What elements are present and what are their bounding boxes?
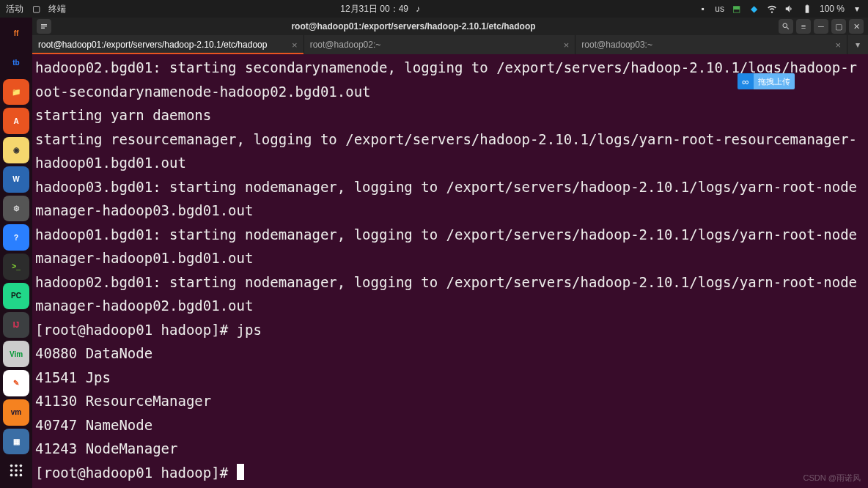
dock-app-help[interactable]: ?: [3, 224, 29, 251]
dock-app-software[interactable]: A: [3, 108, 29, 134]
activities-button[interactable]: 活动: [6, 3, 23, 15]
terminal-tab-3[interactable]: root@hadoop03:~ ×: [575, 35, 847, 54]
terminal-line: 41243 NodeManager: [35, 437, 865, 461]
show-applications-button[interactable]: [3, 457, 29, 484]
dock-app-thunderbird[interactable]: tb: [3, 50, 29, 76]
battery-icon[interactable]: [802, 4, 812, 14]
svg-point-2: [20, 465, 23, 467]
terminal-tab-bar: root@hadoop01:/export/servers/hadoop-2.1…: [32, 35, 868, 54]
ubuntu-dock: fftb📁A◉W⚙?>_PCIJVim✎vm▦: [0, 18, 32, 488]
terminal-line: [root@hadoop01 hadoop]# jps: [35, 318, 865, 342]
terminal-line: hadoop02.bgd01: starting nodemanager, lo…: [35, 270, 865, 318]
close-button[interactable]: ✕: [849, 19, 864, 34]
menu-button[interactable]: ≡: [796, 19, 811, 34]
svg-point-3: [10, 469, 13, 472]
volume-icon[interactable]: [784, 4, 795, 14]
terminal-app-icon: ▢: [31, 4, 41, 14]
terminal-line: 40747 NameNode: [35, 413, 865, 437]
search-button[interactable]: [779, 19, 793, 34]
tab-close-icon[interactable]: ×: [292, 40, 298, 51]
upload-float-widget[interactable]: ∞ 拖拽上传: [738, 73, 795, 89]
dock-app-firefox[interactable]: ff: [3, 21, 29, 47]
tray-icon-1[interactable]: ⬒: [732, 4, 742, 14]
dock-app-terminal[interactable]: >_: [3, 254, 29, 280]
dock-app-text-editor[interactable]: ✎: [3, 370, 29, 396]
svg-point-1: [15, 465, 18, 467]
tab-label: root@hadoop02:~: [310, 40, 381, 50]
new-tab-button[interactable]: [37, 19, 51, 34]
watermark: CSDN @雨诺风: [803, 473, 861, 484]
terminal-line: starting yarn daemons: [35, 103, 865, 127]
battery-percent: 100 %: [820, 4, 845, 14]
maximize-button[interactable]: ▢: [831, 19, 846, 34]
dock-app-vim[interactable]: Vim: [3, 341, 29, 367]
window-title-bar: root@hadoop01:/export/servers/hadoop-2.1…: [32, 18, 868, 35]
window-title: root@hadoop01:/export/servers/hadoop-2.1…: [51, 21, 776, 32]
system-menu-chevron-icon[interactable]: ▾: [852, 4, 862, 14]
terminal-line: 40880 DataNode: [35, 341, 865, 366]
terminal-cursor: [237, 464, 244, 480]
tab-label: root@hadoop03:~: [581, 40, 652, 50]
dock-app-idea[interactable]: IJ: [3, 312, 29, 339]
clock[interactable]: 12月31日 00：49: [340, 3, 408, 15]
dock-app-vm[interactable]: vm: [3, 399, 29, 426]
dock-app-files[interactable]: 📁: [3, 79, 29, 106]
svg-point-7: [15, 474, 18, 477]
terminal-tab-1[interactable]: root@hadoop01:/export/servers/hadoop-2.1…: [32, 35, 304, 54]
notification-icon[interactable]: ♪: [413, 4, 423, 14]
app-menu-label[interactable]: 终端: [48, 3, 66, 15]
svg-point-0: [10, 465, 13, 467]
tab-label: root@hadoop01:/export/servers/hadoop-2.1…: [38, 40, 267, 50]
terminal-line: 41541 Jps: [35, 366, 865, 390]
dock-app-rhythmbox[interactable]: ◉: [3, 137, 29, 163]
terminal-output[interactable]: hadoop02.bgd01: starting secondarynameno…: [32, 54, 868, 488]
terminal-line: hadoop01.bgd01: starting nodemanager, lo…: [35, 223, 865, 270]
dock-app-pycharm[interactable]: PC: [3, 283, 29, 309]
tab-close-icon[interactable]: ×: [564, 40, 570, 51]
svg-point-5: [20, 469, 23, 472]
svg-point-6: [10, 474, 13, 477]
svg-point-4: [15, 469, 18, 472]
input-method-indicator[interactable]: ▪: [697, 4, 707, 14]
tray-icon-2[interactable]: ◆: [749, 4, 760, 14]
cloud-icon: ∞: [738, 73, 754, 89]
svg-point-8: [20, 474, 23, 477]
terminal-line: hadoop03.bgd01: starting nodemanager, lo…: [35, 175, 865, 223]
dock-app-libreoffice[interactable]: W: [3, 166, 29, 193]
dock-app-image-viewer[interactable]: ▦: [3, 429, 29, 455]
gnome-top-panel: 活动 ▢ 终端 12月31日 00：49 ♪ ▪ us ⬒ ◆ 100 % ▾: [0, 0, 868, 18]
terminal-line: [root@hadoop01 hadoop]#: [35, 461, 865, 485]
terminal-line: 41130 ResourceManager: [35, 389, 865, 413]
input-method-label: us: [715, 4, 724, 14]
upload-float-label: 拖拽上传: [754, 73, 795, 89]
terminal-tab-2[interactable]: root@hadoop02:~ ×: [304, 35, 576, 54]
tab-close-icon[interactable]: ×: [835, 40, 841, 51]
minimize-button[interactable]: ─: [814, 19, 828, 34]
wifi-icon[interactable]: [767, 4, 777, 14]
dock-app-settings[interactable]: ⚙: [3, 196, 29, 222]
tab-overflow-button[interactable]: ▾: [847, 35, 868, 54]
terminal-line: starting resourcemanager, logging to /ex…: [35, 127, 865, 175]
